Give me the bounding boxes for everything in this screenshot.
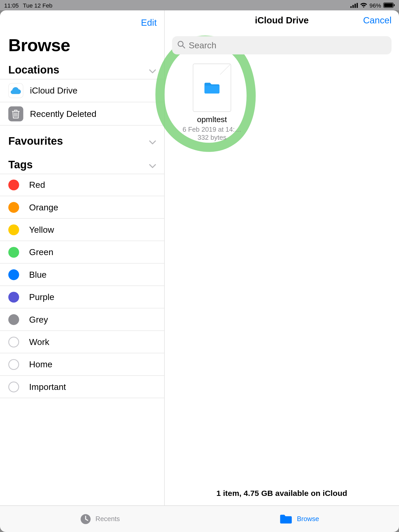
svg-rect-2 <box>355 4 356 8</box>
locations-header[interactable]: Locations <box>0 61 164 79</box>
tags-header-label: Tags <box>8 158 33 171</box>
search-icon <box>177 40 185 50</box>
tag-row-purple[interactable]: Purple <box>0 286 164 308</box>
svg-point-10 <box>178 41 183 46</box>
file-date: 6 Feb 2019 at 14:… <box>183 125 241 134</box>
tag-label: Red <box>29 180 45 190</box>
favourites-header[interactable]: Favourites <box>0 132 164 150</box>
chevron-down-icon <box>149 158 156 171</box>
edit-button[interactable]: Edit <box>141 17 157 28</box>
location-recently-deleted[interactable]: Recently Deleted <box>0 102 164 126</box>
tag-row-green[interactable]: Green <box>0 241 164 263</box>
search-input[interactable] <box>189 40 387 50</box>
cellular-signal-icon <box>350 3 358 8</box>
file-name: opmltest <box>197 115 227 124</box>
svg-rect-3 <box>357 3 358 8</box>
tag-row-orange[interactable]: Orange <box>0 196 164 218</box>
status-time: 11:05 <box>4 2 19 9</box>
browse-title: Browse <box>0 33 164 61</box>
tag-label: Orange <box>29 202 58 212</box>
battery-percent: 96% <box>369 2 381 9</box>
tab-recents[interactable]: Recents <box>0 506 200 532</box>
location-label: Recently Deleted <box>30 109 96 118</box>
status-bar: 11:05 Tue 12 Feb 96% <box>0 0 399 10</box>
tag-empty-circle <box>8 359 19 370</box>
tag-row-home[interactable]: Home <box>0 353 164 376</box>
tab-browse[interactable]: Browse <box>200 506 399 532</box>
tag-color-dot <box>8 179 19 190</box>
tag-color-dot <box>8 202 19 213</box>
trash-icon <box>8 106 23 121</box>
clock-icon <box>80 513 91 525</box>
tag-color-dot <box>8 247 19 258</box>
storage-status: 1 item, 4.75 GB available on iCloud <box>165 484 399 505</box>
tag-label: Grey <box>29 314 48 324</box>
cancel-button[interactable]: Cancel <box>363 15 392 26</box>
tag-empty-circle <box>8 381 19 392</box>
svg-rect-5 <box>384 3 393 7</box>
location-icloud-drive[interactable]: iCloud Drive <box>0 79 164 102</box>
icloud-icon <box>8 83 23 98</box>
tag-color-dot <box>8 269 19 280</box>
chevron-down-icon <box>149 135 156 148</box>
tab-label: Recents <box>95 515 120 523</box>
tag-label: Blue <box>29 270 46 280</box>
status-date: Tue 12 Feb <box>23 2 52 9</box>
folder-icon <box>203 81 221 95</box>
tag-row-blue[interactable]: Blue <box>0 263 164 286</box>
tag-row-yellow[interactable]: Yellow <box>0 219 164 241</box>
tab-bar: Recents Browse <box>0 506 399 532</box>
tab-label: Browse <box>297 515 319 523</box>
folder-icon <box>280 514 293 524</box>
wifi-icon <box>360 3 368 8</box>
tag-empty-circle <box>8 336 19 347</box>
detail-title: iCloud Drive <box>255 15 309 26</box>
tag-label: Purple <box>29 292 54 302</box>
tag-label: Work <box>29 337 49 347</box>
tag-color-dot <box>8 291 19 302</box>
detail-pane: iCloud Drive Cancel <box>165 10 399 506</box>
tag-row-grey[interactable]: Grey <box>0 308 164 331</box>
files-grid: opmltest 6 Feb 2019 at 14:… 332 bytes <box>165 59 399 147</box>
location-label: iCloud Drive <box>30 86 77 96</box>
svg-line-11 <box>183 46 185 48</box>
svg-rect-1 <box>353 5 354 8</box>
tags-header[interactable]: Tags <box>0 156 164 174</box>
tag-label: Green <box>29 247 53 257</box>
tag-row-important[interactable]: Important <box>0 376 164 398</box>
tag-color-dot <box>8 224 19 235</box>
svg-rect-6 <box>394 4 395 6</box>
tag-color-dot <box>8 314 19 325</box>
tag-label: Home <box>29 359 52 369</box>
search-field[interactable] <box>172 36 391 54</box>
file-thumb <box>193 64 231 112</box>
file-size: 332 bytes <box>197 134 226 141</box>
favourites-header-label: Favourites <box>8 135 63 148</box>
files-app: Edit Browse Locations iCloud Drive <box>0 10 399 532</box>
battery-icon <box>383 3 395 8</box>
tag-row-red[interactable]: Red <box>0 174 164 196</box>
locations-header-label: Locations <box>8 64 59 77</box>
tag-label: Yellow <box>29 225 54 235</box>
svg-rect-0 <box>350 6 352 8</box>
chevron-down-icon <box>149 64 156 77</box>
tag-row-work[interactable]: Work <box>0 331 164 353</box>
tag-label: Important <box>29 382 66 392</box>
sidebar: Edit Browse Locations iCloud Drive <box>0 10 165 506</box>
file-item[interactable]: opmltest 6 Feb 2019 at 14:… 332 bytes <box>175 64 249 141</box>
